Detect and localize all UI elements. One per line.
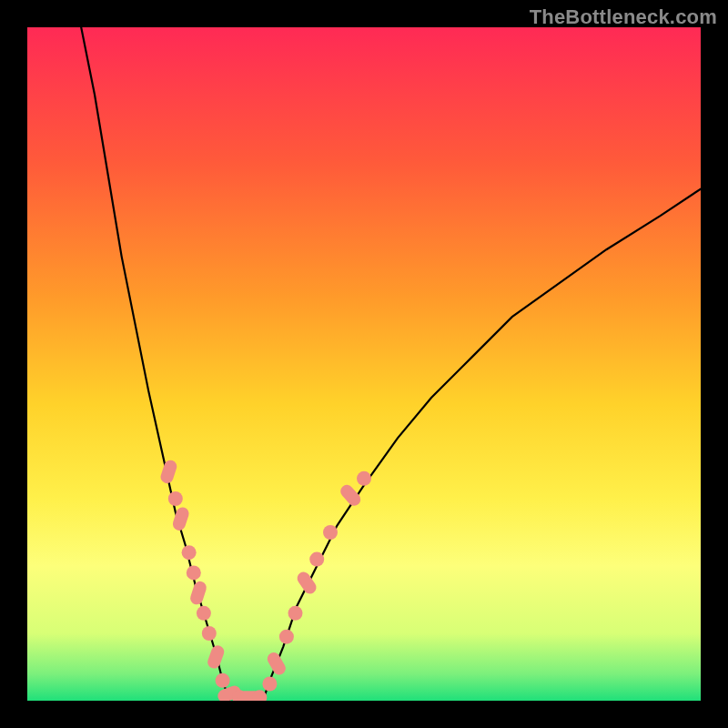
marker-dot bbox=[216, 673, 230, 688]
marker-dot bbox=[168, 491, 183, 506]
marker-dot bbox=[182, 545, 197, 560]
marker-dot bbox=[357, 471, 371, 486]
chart-stage: TheBottleneck.com bbox=[0, 0, 728, 728]
marker-dot bbox=[202, 626, 217, 641]
marker-dot bbox=[187, 565, 201, 580]
gradient-background bbox=[27, 27, 701, 701]
marker-dot bbox=[309, 552, 324, 567]
marker-dot bbox=[288, 606, 303, 621]
watermark-label: TheBottleneck.com bbox=[530, 5, 717, 29]
chart-svg bbox=[27, 27, 701, 701]
marker-dot bbox=[197, 606, 211, 621]
marker-dot bbox=[323, 525, 338, 540]
marker-dot bbox=[279, 630, 294, 644]
marker-dot bbox=[262, 677, 277, 692]
